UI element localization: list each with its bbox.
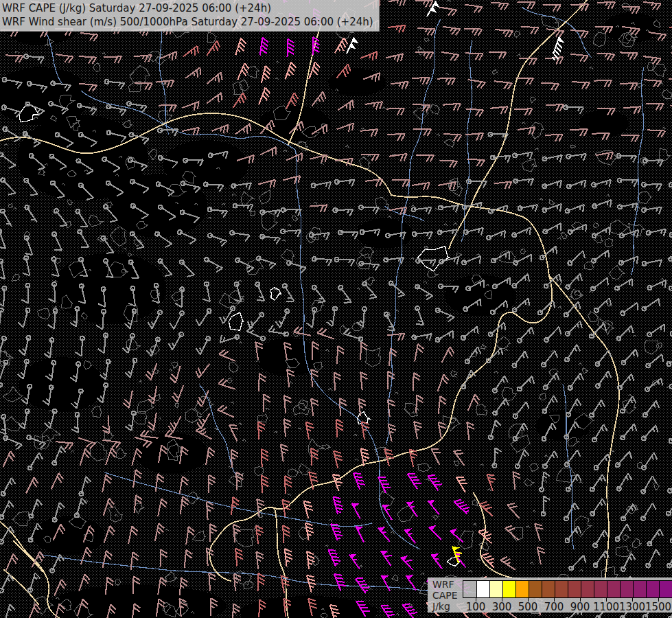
legend-swatch	[581, 581, 594, 597]
title-line-2: WRF Wind shear (m/s) 500/1000hPa Saturda…	[2, 15, 373, 29]
legend-swatch	[529, 581, 542, 597]
legend-swatch	[607, 581, 620, 597]
legend-swatch	[568, 581, 581, 597]
legend-swatch	[542, 581, 555, 597]
legend-swatch	[476, 581, 489, 597]
legend-swatch	[515, 581, 529, 597]
legend-swatch	[633, 581, 646, 597]
legend-name-line-1: WRF	[432, 579, 458, 590]
legend-color-scale	[463, 580, 672, 598]
title-overlay: WRF CAPE (J/kg) Saturday 27-09-2025 06:0…	[0, 0, 380, 32]
legend-swatch	[489, 581, 502, 597]
legend-name-line-2: CAPE	[432, 590, 458, 601]
legend-swatch	[502, 581, 515, 597]
legend-tick-label: 1500	[643, 601, 672, 613]
title-line-1: WRF CAPE (J/kg) Saturday 27-09-2025 06:0…	[2, 1, 373, 15]
legend-swatch	[646, 581, 659, 597]
legend-name: WRF CAPE J/kg	[432, 579, 458, 612]
wrf-map-viewport: WRF CAPE (J/kg) Saturday 27-09-2025 06:0…	[0, 0, 672, 618]
legend-swatch	[594, 581, 607, 597]
legend-swatch	[659, 581, 672, 597]
legend-swatch	[463, 581, 476, 597]
legend-swatch	[555, 581, 568, 597]
weather-map	[0, 0, 672, 618]
legend-swatch	[620, 581, 633, 597]
legend-name-line-3: J/kg	[432, 601, 458, 612]
cape-legend: WRF CAPE J/kg 10030050070090011001300150…	[428, 577, 672, 613]
